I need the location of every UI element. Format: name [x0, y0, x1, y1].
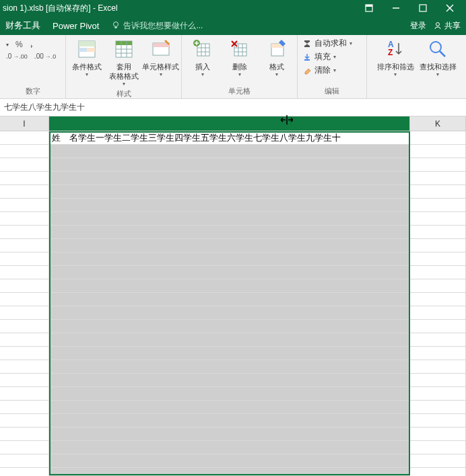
cell[interactable]	[0, 347, 49, 360]
cell[interactable]	[410, 145, 466, 158]
fill-button[interactable]: 填充▾	[302, 51, 336, 63]
format-button[interactable]: 格式▾	[258, 36, 295, 78]
cell[interactable]	[0, 387, 49, 401]
delete-button[interactable]: 删除▾	[221, 36, 258, 78]
cell[interactable]	[410, 226, 466, 239]
login-link[interactable]: 登录	[410, 20, 426, 32]
cell[interactable]	[410, 172, 466, 185]
cell[interactable]	[49, 414, 410, 428]
cell[interactable]	[410, 347, 466, 360]
cell[interactable]	[410, 454, 466, 468]
cell[interactable]	[0, 158, 49, 172]
cell[interactable]	[410, 293, 466, 306]
cell[interactable]	[0, 239, 49, 252]
cell[interactable]	[0, 414, 49, 428]
cell[interactable]	[49, 252, 410, 266]
minimize-button[interactable]	[382, 0, 409, 16]
increase-decimal[interactable]: .0→.00	[6, 53, 28, 60]
cell[interactable]	[410, 320, 466, 333]
cell[interactable]	[0, 212, 49, 226]
cell[interactable]	[0, 145, 49, 158]
cell[interactable]	[410, 306, 466, 320]
cell[interactable]	[0, 441, 49, 454]
cell[interactable]	[410, 333, 466, 347]
cell[interactable]	[0, 172, 49, 185]
cell[interactable]	[410, 468, 466, 476]
cell[interactable]	[49, 468, 410, 476]
cell[interactable]	[410, 428, 466, 441]
cell[interactable]	[49, 145, 410, 158]
cell[interactable]	[0, 279, 49, 293]
close-button[interactable]	[436, 0, 463, 16]
cell[interactable]	[0, 401, 49, 414]
cell[interactable]	[410, 441, 466, 454]
cell[interactable]	[49, 199, 410, 212]
cell[interactable]	[49, 266, 410, 279]
cell[interactable]	[49, 347, 410, 360]
cell[interactable]	[410, 239, 466, 252]
cell[interactable]	[0, 374, 49, 387]
insert-button[interactable]: 插入▾	[184, 36, 221, 78]
cell[interactable]	[49, 279, 410, 293]
percent-button[interactable]: %	[15, 40, 23, 49]
cell[interactable]	[49, 320, 410, 333]
cell[interactable]	[410, 360, 466, 374]
decrease-decimal[interactable]: .00→.0	[34, 53, 56, 60]
cell[interactable]	[49, 401, 410, 414]
maximize-button[interactable]	[409, 0, 436, 16]
cell[interactable]	[49, 333, 410, 347]
cell[interactable]	[49, 387, 410, 401]
cell[interactable]	[410, 414, 466, 428]
cell[interactable]	[410, 266, 466, 279]
cell[interactable]	[0, 266, 49, 279]
tab-finance[interactable]: 财务工具	[5, 20, 40, 32]
cell[interactable]	[410, 252, 466, 266]
cell[interactable]	[49, 428, 410, 441]
cell[interactable]	[410, 374, 466, 387]
autosum-button[interactable]: 自动求和▾	[302, 38, 352, 49]
cell[interactable]	[0, 131, 49, 145]
cell[interactable]	[0, 306, 49, 320]
formula-bar[interactable]: 七学生八学生九学生十	[0, 99, 466, 116]
cell[interactable]	[49, 374, 410, 387]
cell[interactable]	[410, 199, 466, 212]
cell[interactable]	[49, 172, 410, 185]
find-select-button[interactable]: 查找和选择▾	[420, 36, 457, 78]
cell[interactable]: 姓 名学生一学生二学生三学生四学生五学生六学生七学生八学生九学生十	[49, 131, 410, 145]
cell[interactable]	[49, 293, 410, 306]
cell[interactable]	[0, 468, 49, 476]
cell[interactable]	[410, 212, 466, 226]
cell[interactable]	[0, 428, 49, 441]
cell[interactable]	[410, 185, 466, 199]
cell[interactable]	[0, 360, 49, 374]
cell[interactable]	[0, 185, 49, 199]
cell[interactable]	[49, 360, 410, 374]
clear-button[interactable]: 清除▾	[302, 65, 336, 76]
sort-filter-button[interactable]: AZ 排序和筛选▾	[377, 36, 414, 78]
cell[interactable]	[0, 252, 49, 266]
cell[interactable]	[410, 158, 466, 172]
col-header-K[interactable]: K	[410, 116, 466, 131]
col-header-I[interactable]: I	[0, 116, 49, 131]
cell[interactable]	[0, 226, 49, 239]
cell[interactable]	[0, 293, 49, 306]
format-as-table-button[interactable]: 套用 表格格式▾	[105, 36, 142, 88]
cell[interactable]	[0, 199, 49, 212]
conditional-format-button[interactable]: 条件格式▾	[68, 36, 105, 78]
cell[interactable]	[410, 401, 466, 414]
tell-me-search[interactable]: 告诉我您想要做什么...	[111, 20, 203, 32]
cell[interactable]	[49, 454, 410, 468]
cell[interactable]	[410, 131, 466, 145]
cell[interactable]	[49, 158, 410, 172]
cell[interactable]	[0, 454, 49, 468]
comma-button[interactable]: ￂ	[30, 39, 34, 50]
cell[interactable]	[49, 212, 410, 226]
cell[interactable]	[49, 226, 410, 239]
share-button[interactable]: 共享	[433, 20, 461, 32]
cell[interactable]	[0, 333, 49, 347]
dropdown[interactable]: ▾	[6, 42, 9, 48]
cell[interactable]	[410, 387, 466, 401]
ribbon-options-icon[interactable]	[356, 0, 382, 16]
cell-styles-button[interactable]: 单元格样式▾	[142, 36, 179, 78]
cell-grid[interactable]: 姓 名学生一学生二学生三学生四学生五学生六学生七学生八学生九学生十	[0, 131, 466, 476]
